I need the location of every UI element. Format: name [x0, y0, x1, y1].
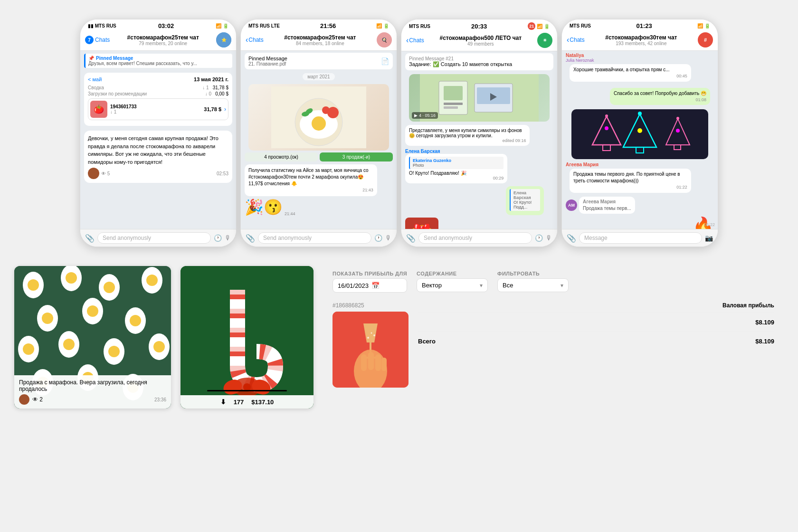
chat-header-4: ‹ Chats #стокомарафон30тем чат 193 membe…: [562, 30, 718, 51]
svg-point-47: [23, 343, 34, 355]
message-bar-3: 📎 Send anonymously 🕐 🎙: [401, 229, 557, 247]
cal-back-1[interactable]: < май: [88, 76, 102, 82]
cal-dl-2: ↓ 0: [205, 91, 211, 96]
msg-sent-3: Елена Барская О! Круто! Подд...: [506, 186, 553, 215]
msg-time-3-1: edited 09:16: [409, 138, 526, 143]
show-profit-input[interactable]: 16/01/2023 📅: [332, 278, 407, 293]
back-label-1: Chats: [95, 37, 110, 43]
chat-header-1: 7 Chats #стокомарафон25тем чат 79 member…: [80, 30, 236, 51]
message-bar-4: 📎 Message 📷: [562, 229, 718, 247]
back-button-3[interactable]: ‹ Chats: [406, 36, 424, 45]
sender-3-2: Елена Барская: [405, 149, 533, 154]
back-button-1[interactable]: 7 Chats: [85, 36, 110, 44]
svg-point-45: [130, 315, 141, 326]
pinned-pdf-2: 21. Плавание.pdf: [248, 61, 287, 66]
pinned-info-2: Pinned Message 21. Плавание.pdf: [248, 56, 287, 66]
chat-subtitle-2: 84 members, 18 online: [296, 41, 344, 46]
emoji-time-2: 21:44: [285, 211, 295, 216]
svg-point-26: [638, 112, 642, 115]
message-input-2[interactable]: Send anonymously: [258, 232, 371, 244]
cal-stat-row-2: Загрузки по рекомендации ↓ 0 0,00 $: [88, 91, 228, 96]
mic-icon-2[interactable]: 🎙: [385, 234, 392, 242]
egg-caption: Продажа с марафона. Вчера загрузила, сег…: [14, 375, 171, 408]
attach-icon-1[interactable]: 📎: [85, 234, 95, 243]
back-button-4[interactable]: ‹ Chats: [567, 36, 585, 44]
msg-views-1: 👁 5: [101, 170, 110, 177]
message-input-3[interactable]: Send anonymously: [418, 232, 532, 244]
mic-icon-3[interactable]: 🎙: [546, 234, 552, 242]
svg-rect-73: [368, 352, 374, 370]
attach-icon-4[interactable]: 📎: [567, 234, 576, 243]
camera-icon-4[interactable]: 📷: [705, 234, 713, 242]
views-stat-2: 4 просмотр.(ок): [245, 152, 318, 162]
back-button-2[interactable]: ‹ Chats: [246, 36, 264, 44]
fire-msg-4: 🔥: [566, 216, 714, 229]
cal-val-1: 31,78 $: [213, 85, 228, 90]
message-bar-icons-4: 📷: [705, 234, 713, 242]
food-image-2: [248, 84, 389, 151]
chat-body-2: Pinned Message 21. Плавание.pdf 📄 март 2…: [241, 51, 397, 229]
attach-icon-2[interactable]: 📎: [246, 234, 255, 243]
svg-point-25: [605, 114, 608, 117]
task-3: Pinned Message #21 Задание: ✅ Создать 10…: [405, 53, 553, 70]
date-label-2: март 2021: [303, 73, 334, 80]
content-chevron: ▾: [480, 282, 483, 289]
phone-2: MTS RUS LTE 21:56 📶 🔋 ‹ Chats #стокомара…: [240, 19, 397, 247]
message-input-1[interactable]: Send anonymously: [97, 232, 211, 244]
phone-3: MTS RUS 20:33 21 📶 🔋 ‹ Chats #стокомараф…: [401, 19, 558, 247]
reply-3-2: Ekaterina Guzenko Photo: [409, 157, 504, 169]
message-bubble-2: Получила статистику на Айсе за март, моя…: [245, 164, 377, 196]
bubble-text-4-3: Продажа темы первого дня. По приятной це…: [573, 171, 687, 184]
chat-title-1: #стокомарафон25тем чат: [127, 34, 199, 41]
candy-bottom-bar: ⬇ 177 $137.10: [180, 395, 314, 408]
pinned-2: Pinned Message 21. Плавание.pdf 📄: [245, 53, 393, 69]
cal-dl-1: ↓ 1: [202, 85, 209, 90]
svg-point-68: [367, 337, 369, 339]
svg-point-33: [28, 279, 39, 291]
svg-point-7: [322, 106, 330, 114]
msg-with-sender-3: Елена Барская Ekaterina Guzenko Photo О!…: [405, 149, 533, 183]
pinned-message-1: 📌 Pinned Message Друзья, всем привет! Сп…: [84, 54, 232, 68]
msg-sent-4: Спасибо за совет! Попробую добавить 😁 01…: [566, 86, 714, 107]
reply-bubble-4: Агеева Мария Продажа темы перв...: [579, 197, 635, 214]
msg-text-3-2: О! Круто! Поздравляю! 🎉: [409, 171, 504, 176]
attach-icon-3[interactable]: 📎: [406, 234, 416, 243]
calendar-icon[interactable]: 📅: [371, 282, 380, 289]
show-profit-field: ПОКАЗАТЬ ПРИБЫЛЬ ДЛЯ 16/01/2023 📅: [332, 271, 407, 293]
filter-field: ФИЛЬТРОВАТЬ Все ▾: [497, 271, 569, 292]
bubble-time-4-3: 01:22: [573, 184, 687, 190]
emoji-2: 🎉😗: [245, 198, 283, 216]
stats-bar-2: 4 просмотр.(ок) 3 продаж(-и): [245, 152, 393, 162]
sender-avatar-1: [88, 168, 99, 179]
cal-arrow-1: ›: [224, 106, 226, 113]
chat-body-3: Pinned Message #21 Задание: ✅ Создать 10…: [401, 51, 557, 229]
status-icons-2: 📶 🔋: [376, 23, 389, 28]
msg-footer-1: 👁 5 02:53: [88, 168, 228, 179]
svg-point-28: [605, 126, 608, 130]
product-id-label: #186886825: [332, 302, 408, 309]
chat-subtitle-1: 79 members, 20 online: [139, 41, 187, 46]
cal-thumb-1: 🍅: [90, 101, 107, 118]
candy-downloads: 177: [234, 399, 244, 406]
reply-avatar-4: AM: [566, 200, 577, 211]
time-2: 21:56: [320, 22, 336, 29]
status-icons-3: 21 📶 🔋: [528, 22, 550, 30]
play-badge-3: ▶ 4 · 05:16: [412, 112, 438, 119]
status-icons-4: 📶 🔋: [697, 23, 710, 28]
mic-icon-1[interactable]: 🎙: [225, 234, 231, 242]
msg-recv-3-2: Ekaterina Guzenko Photo О! Круто! Поздра…: [405, 154, 507, 183]
time-4: 01:23: [636, 22, 652, 29]
filter-select[interactable]: Все ▾: [497, 278, 569, 292]
clock-icon-2[interactable]: 🕐: [374, 234, 382, 242]
clock-icon-1[interactable]: 🕐: [214, 234, 222, 242]
product-section: #186886825: [332, 302, 408, 388]
cal-stat-row-1: Сводка ↓ 1 31,78 $: [88, 85, 228, 90]
clock-icon-3[interactable]: 🕐: [535, 234, 543, 242]
cap-avatar-egg: [19, 394, 29, 405]
bubble-4-2: Спасибо за совет! Попробую добавить 😁 01…: [610, 88, 710, 105]
content-select[interactable]: Вектор ▾: [417, 278, 488, 292]
profit-table: Валовая прибыль $8.109 Всего $8.109: [418, 302, 774, 351]
chat-title-2: #стокомарафон25тем чат: [284, 34, 356, 41]
message-input-4[interactable]: Message: [579, 232, 702, 244]
svg-point-27: [676, 117, 679, 120]
